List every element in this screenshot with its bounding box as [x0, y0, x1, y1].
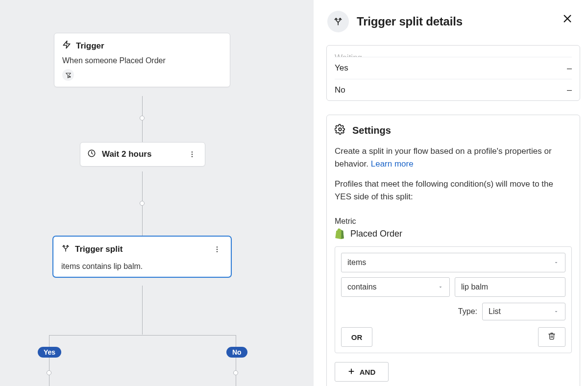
wait-node[interactable]: Wait 2 hours — [80, 142, 205, 167]
summary-truncated-row: Waiting — [335, 46, 572, 57]
trigger-split-node[interactable]: Trigger split items contains lip balm. — [52, 236, 232, 278]
svg-point-4 — [192, 151, 193, 152]
condition-value-input[interactable] — [455, 277, 565, 297]
settings-card: Settings Create a split in your flow bas… — [326, 115, 580, 386]
chevron-down-icon — [553, 309, 559, 314]
filter-config-icon[interactable] — [62, 69, 74, 81]
connector-line — [49, 335, 49, 386]
trigger-node[interactable]: Trigger When someone Placed Order — [54, 33, 230, 87]
chevron-down-icon — [553, 260, 559, 265]
condition-type-label: Type: — [458, 307, 477, 316]
split-title: Trigger split — [75, 244, 122, 254]
flow-canvas[interactable]: Trigger When someone Placed Order Wait 2… — [0, 0, 314, 386]
trigger-description: When someone Placed Order — [62, 56, 222, 65]
svg-point-2 — [69, 76, 71, 77]
chevron-down-icon — [438, 284, 443, 290]
add-or-condition-button[interactable]: OR — [341, 327, 372, 347]
svg-point-8 — [217, 249, 218, 250]
svg-point-5 — [192, 154, 193, 155]
svg-point-9 — [217, 251, 218, 252]
branch-yes-label[interactable]: Yes — [38, 347, 61, 358]
shopify-icon — [335, 228, 345, 240]
bolt-icon — [62, 40, 71, 51]
summary-row-value: – — [567, 85, 572, 95]
split-icon — [61, 244, 70, 255]
connector-line — [236, 335, 236, 386]
split-description: items contains lip balm. — [61, 262, 223, 271]
condition-field-select[interactable]: items — [341, 253, 565, 272]
condition-group: items contains Type: — [335, 246, 572, 353]
connector-dot — [140, 116, 145, 121]
connector-dot — [140, 201, 145, 206]
connector-dot — [47, 370, 51, 375]
trigger-title: Trigger — [76, 41, 104, 51]
add-and-condition-button[interactable]: AND — [335, 362, 389, 382]
summary-row-yes: Yes – — [335, 57, 572, 79]
delete-condition-button[interactable] — [538, 327, 565, 347]
split-icon — [327, 11, 349, 32]
condition-operator-select[interactable]: contains — [341, 277, 450, 297]
svg-point-7 — [217, 246, 218, 247]
panel-title: Trigger split details — [357, 15, 463, 28]
metric-value: Placed Order — [335, 228, 572, 240]
summary-card: Waiting Yes – No – — [326, 45, 580, 101]
gear-icon — [335, 124, 345, 137]
wait-node-menu[interactable] — [186, 148, 198, 160]
wait-label: Wait 2 hours — [102, 149, 151, 159]
summary-row-no: No – — [335, 79, 572, 100]
summary-row-label: Yes — [335, 63, 348, 73]
settings-title: Settings — [352, 125, 391, 136]
summary-row-value: – — [567, 63, 572, 73]
details-panel: Trigger split details Waiting Yes – No – — [314, 0, 588, 386]
plus-icon — [348, 368, 355, 376]
learn-more-link[interactable]: Learn more — [371, 159, 414, 169]
connector-dot — [233, 370, 238, 375]
connector-line — [49, 335, 236, 336]
split-node-menu[interactable] — [211, 243, 223, 255]
settings-description: Create a split in your flow based on a p… — [335, 145, 572, 171]
metric-label: Metric — [335, 217, 572, 226]
panel-header: Trigger split details — [314, 0, 588, 45]
svg-point-6 — [192, 156, 193, 157]
summary-row-label: No — [335, 85, 345, 95]
svg-point-12 — [339, 128, 342, 131]
close-button[interactable] — [561, 12, 574, 25]
trash-icon — [548, 332, 556, 342]
branch-no-label[interactable]: No — [226, 347, 247, 358]
svg-marker-0 — [63, 41, 70, 48]
clock-icon — [87, 149, 96, 160]
connector-line — [142, 286, 143, 335]
condition-type-select[interactable]: List — [482, 303, 565, 320]
settings-condition-help: Profiles that meet the following conditi… — [335, 178, 572, 204]
